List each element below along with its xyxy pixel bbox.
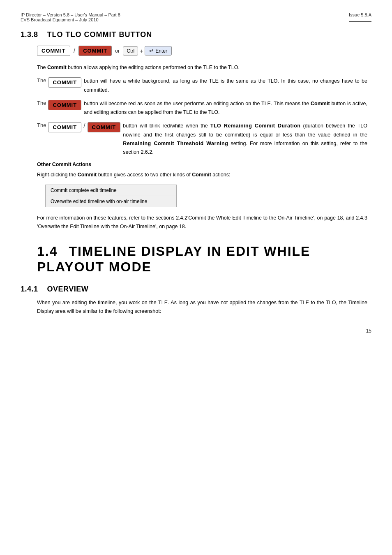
header-title-line2: EVS Broadcast Equipment – July 2010	[21, 17, 120, 22]
context-menu-item-2[interactable]: Overwrite edited timeline with on-air ti…	[46, 196, 176, 207]
para4-btn-part: The COMMIT / COMMIT	[37, 122, 120, 132]
para4-text: button will blink red/white when the TLO…	[123, 122, 367, 157]
enter-key: ↵ Enter	[145, 46, 172, 56]
other-commit-text: Right-clicking the Commit button gives a…	[37, 171, 367, 179]
section-138-heading: 1.3.8 TLO TLO Commit ButtonTLO Commit Bu…	[21, 30, 371, 39]
or-text: or	[115, 48, 120, 54]
para2-text: button will have a white background, as …	[84, 77, 367, 95]
ctrl-key: Ctrl	[123, 46, 138, 56]
section-141: 1.4.1 Overview When you are editing the …	[21, 285, 371, 316]
keyboard-combo: Ctrl + ↵ Enter	[123, 46, 172, 56]
plus-sign: +	[140, 48, 143, 54]
commit-btn-red[interactable]: COMMIT	[78, 46, 112, 56]
section-141-heading: 1.4.1 Overview	[21, 285, 371, 294]
header-left: IP Director – Version 5.8 – User's Manua…	[21, 12, 120, 22]
page-number: 15	[366, 328, 371, 334]
header-title-line1: IP Director – Version 5.8 – User's Manua…	[21, 12, 120, 17]
para2-btn-part: The COMMIT	[37, 77, 81, 88]
para5: For more information on these features, …	[37, 214, 367, 231]
para3-container: The COMMIT button will become red as soo…	[37, 99, 367, 117]
commit-btn-inline-red[interactable]: COMMIT	[48, 100, 81, 110]
slash-separator: /	[74, 47, 75, 55]
section-138: 1.3.8 TLO TLO Commit ButtonTLO Commit Bu…	[21, 30, 371, 231]
para1: The Commit button allows applying the ed…	[37, 63, 367, 72]
page-header: IP Director – Version 5.8 – User's Manua…	[21, 12, 371, 22]
commit-btn-white[interactable]: COMMIT	[37, 46, 70, 56]
para2-container: The COMMIT button will have a white back…	[37, 77, 367, 95]
para3-btn-part: The COMMIT	[37, 99, 81, 110]
commit-btn-inline-white2[interactable]: COMMIT	[48, 122, 81, 132]
section-14: 1.4 TIMELINE DISPLAY IN EDIT WHILE PLAYO…	[21, 243, 371, 316]
para3-text: button will become red as soon as the us…	[84, 99, 367, 117]
commit-btn-inline-red2[interactable]: COMMIT	[88, 122, 121, 132]
section-14-heading: 1.4 TIMELINE DISPLAY IN EDIT WHILE PLAYO…	[37, 243, 371, 275]
other-commit-heading: Other Commit Actions	[37, 162, 371, 167]
context-menu: Commit complete edit timeline Overwrite …	[45, 185, 177, 207]
commit-btn-inline-white[interactable]: COMMIT	[48, 77, 81, 88]
section-141-para1: When you are editing the timeline, you w…	[37, 298, 367, 316]
header-issue: Issue 5.8.A	[349, 12, 371, 22]
para4-container: The COMMIT / COMMIT button will blink re…	[37, 122, 367, 157]
commit-buttons-demo: COMMIT / COMMIT or Ctrl + ↵ Enter	[37, 46, 371, 56]
context-menu-item-1[interactable]: Commit complete edit timeline	[46, 185, 176, 196]
page: IP Director – Version 5.8 – User's Manua…	[0, 0, 392, 342]
